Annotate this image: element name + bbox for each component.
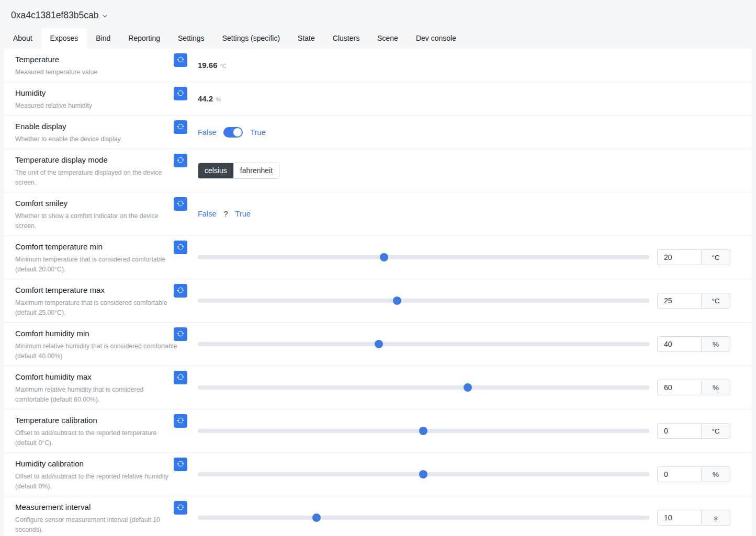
row-description: Maximum temperature that is considered c… [15, 298, 178, 318]
refresh-button[interactable] [174, 120, 187, 134]
row-description: Whether to enable the device display. [15, 134, 178, 144]
slider-thumb[interactable] [419, 470, 427, 478]
true-label[interactable]: True [250, 128, 265, 136]
refresh-button[interactable] [174, 501, 187, 515]
row-title: Humidity calibration [15, 459, 174, 469]
slider[interactable] [198, 340, 649, 348]
true-label[interactable]: True [235, 210, 251, 218]
chevron-down-icon[interactable] [102, 12, 108, 21]
tab-exposes[interactable]: Exposes [41, 28, 87, 49]
row-description: The unit of the temperature displayed on… [15, 168, 178, 188]
unit-addon: °C [701, 249, 730, 265]
expose-row-comfort-smiley: Comfort smiley Whether to show a comfort… [4, 192, 752, 236]
tab-settings-specific[interactable]: Settings (specific) [213, 28, 289, 49]
tab-reporting[interactable]: Reporting [119, 28, 169, 49]
refresh-icon [177, 200, 184, 209]
refresh-button[interactable] [174, 197, 187, 211]
expose-row-enable-display: Enable display Whether to enable the dev… [4, 116, 752, 149]
slider-track[interactable] [198, 516, 649, 520]
refresh-button[interactable] [174, 458, 187, 471]
value-input[interactable] [657, 423, 701, 439]
refresh-button[interactable] [174, 154, 187, 167]
tab-dev-console[interactable]: Dev console [407, 28, 465, 49]
expose-row-comfort-humidity-min: Comfort humidity min Minimum relative hu… [4, 323, 752, 366]
refresh-icon [177, 373, 184, 382]
row-title: Comfort humidity min [15, 328, 174, 339]
tab-state[interactable]: State [289, 28, 324, 49]
row-title: Enable display [15, 121, 174, 132]
slider-thumb[interactable] [393, 296, 401, 305]
expose-row-comfort-temperature-max: Comfort temperature max Maximum temperat… [4, 279, 752, 323]
expose-row-temperature-display-mode: Temperature display mode The unit of the… [4, 149, 752, 192]
false-label[interactable]: False [198, 210, 216, 218]
row-description: Offset to add/subtract to the reported t… [15, 428, 178, 448]
slider[interactable] [198, 514, 649, 522]
row-description: Minimum relative humidity that is consid… [15, 341, 178, 361]
device-name[interactable]: 0xa4c1381ef83b5cab [11, 10, 98, 21]
toggle-knob [233, 128, 242, 136]
unit-addon: % [701, 336, 730, 352]
expose-row-comfort-humidity-max: Comfort humidity max Maximum relative hu… [4, 366, 752, 409]
refresh-button[interactable] [174, 284, 187, 298]
unit-addon: °C [701, 293, 730, 309]
exposes-panel: Temperature Measured temperature value 1… [4, 49, 752, 536]
row-title: Temperature calibration [15, 415, 174, 426]
value-input[interactable] [657, 510, 701, 526]
row-description: Measured temperature value [15, 67, 178, 77]
slider[interactable] [198, 470, 649, 478]
row-description: Whether to show a comfort indicator on t… [15, 211, 178, 231]
unit-label: % [216, 96, 221, 102]
value-input[interactable] [657, 293, 701, 309]
unit-addon: % [701, 380, 730, 395]
refresh-button[interactable] [174, 414, 187, 428]
slider-thumb[interactable] [380, 253, 388, 261]
row-title: Measurement interval [15, 502, 174, 512]
refresh-icon [177, 56, 184, 65]
value-input[interactable] [657, 466, 701, 482]
refresh-icon [177, 287, 184, 295]
refresh-button[interactable] [174, 327, 187, 341]
slider-track[interactable] [198, 255, 649, 259]
slider-track[interactable] [198, 342, 649, 346]
refresh-button[interactable] [174, 371, 187, 384]
enable-display-toggle[interactable] [223, 127, 243, 138]
refresh-icon [177, 123, 184, 132]
tab-clusters[interactable]: Clusters [324, 28, 368, 49]
option-celsius[interactable]: celsius [198, 163, 233, 178]
false-label[interactable]: False [198, 128, 216, 136]
slider[interactable] [198, 383, 649, 392]
value-input[interactable] [657, 380, 701, 395]
value-input[interactable] [657, 336, 701, 352]
unit-label: °C [220, 63, 227, 69]
expose-row-humidity-calibration: Humidity calibration Offset to add/subtr… [4, 453, 752, 496]
tab-scene[interactable]: Scene [368, 28, 407, 49]
refresh-icon [177, 504, 184, 512]
unknown-state-label: ? [223, 210, 228, 218]
refresh-button[interactable] [174, 87, 187, 100]
tab-about[interactable]: About [4, 28, 41, 49]
display-mode-segment: celsius fahrenheit [198, 163, 279, 179]
refresh-icon [177, 460, 184, 469]
option-fahrenheit[interactable]: fahrenheit [233, 163, 279, 178]
tab-settings[interactable]: Settings [169, 28, 213, 49]
expose-row-comfort-temperature-min: Comfort temperature min Minimum temperat… [4, 236, 752, 279]
row-title: Comfort temperature min [15, 242, 174, 252]
slider-thumb[interactable] [464, 383, 472, 392]
tab-bind[interactable]: Bind [87, 28, 119, 49]
slider[interactable] [198, 427, 649, 435]
unit-addon: % [701, 466, 730, 482]
row-title: Comfort humidity max [15, 372, 174, 382]
slider-thumb[interactable] [312, 514, 321, 522]
slider[interactable] [198, 253, 649, 261]
refresh-button[interactable] [174, 53, 187, 67]
row-description: Measured relative humidity [15, 101, 178, 111]
row-title: Comfort smiley [15, 198, 174, 209]
slider-thumb[interactable] [375, 340, 383, 348]
slider-track[interactable] [198, 385, 649, 390]
refresh-button[interactable] [174, 241, 187, 254]
slider-thumb[interactable] [419, 427, 427, 435]
value-input[interactable] [657, 249, 701, 265]
slider[interactable] [198, 296, 649, 305]
slider-track[interactable] [198, 299, 649, 303]
row-title: Temperature [15, 54, 174, 65]
